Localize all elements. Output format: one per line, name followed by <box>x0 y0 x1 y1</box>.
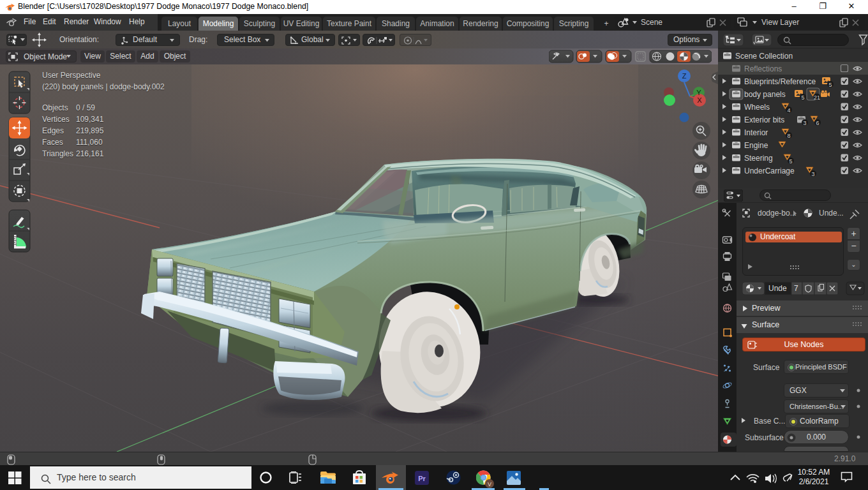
svg-text:6: 6 <box>816 120 819 126</box>
svg-text:V: V <box>488 481 491 487</box>
svg-text:Steering: Steering <box>744 154 773 163</box>
svg-text:Interior: Interior <box>744 128 768 137</box>
svg-text:Scene Collection: Scene Collection <box>735 52 793 61</box>
svg-text:21: 21 <box>814 94 820 101</box>
svg-text:5: 5 <box>789 158 792 165</box>
svg-text:Z: Z <box>682 72 687 80</box>
svg-text:Reflections: Reflections <box>744 64 782 73</box>
svg-text:UnderCarriage: UnderCarriage <box>744 167 795 175</box>
svg-text:8: 8 <box>787 133 790 139</box>
svg-text:body panels: body panels <box>744 90 786 99</box>
svg-text:Pr: Pr <box>418 475 426 482</box>
svg-text:Y: Y <box>696 89 701 96</box>
svg-text:5: 5 <box>801 94 804 101</box>
svg-text:Unde...: Unde... <box>819 209 844 218</box>
svg-text:dodge-bo...: dodge-bo... <box>758 209 797 218</box>
svg-text:Blueprints/Reference: Blueprints/Reference <box>744 77 816 86</box>
svg-text:3: 3 <box>811 171 814 177</box>
svg-text:X: X <box>697 96 702 104</box>
svg-text:Engine: Engine <box>744 141 768 150</box>
svg-text:5: 5 <box>828 82 832 88</box>
svg-text:Wheels: Wheels <box>744 103 770 112</box>
svg-text:Unde: Unde <box>768 284 787 293</box>
svg-text:3: 3 <box>803 120 806 126</box>
svg-text:4: 4 <box>787 107 790 114</box>
svg-text:Exterior bits: Exterior bits <box>744 115 784 124</box>
svg-text:7: 7 <box>794 284 798 293</box>
